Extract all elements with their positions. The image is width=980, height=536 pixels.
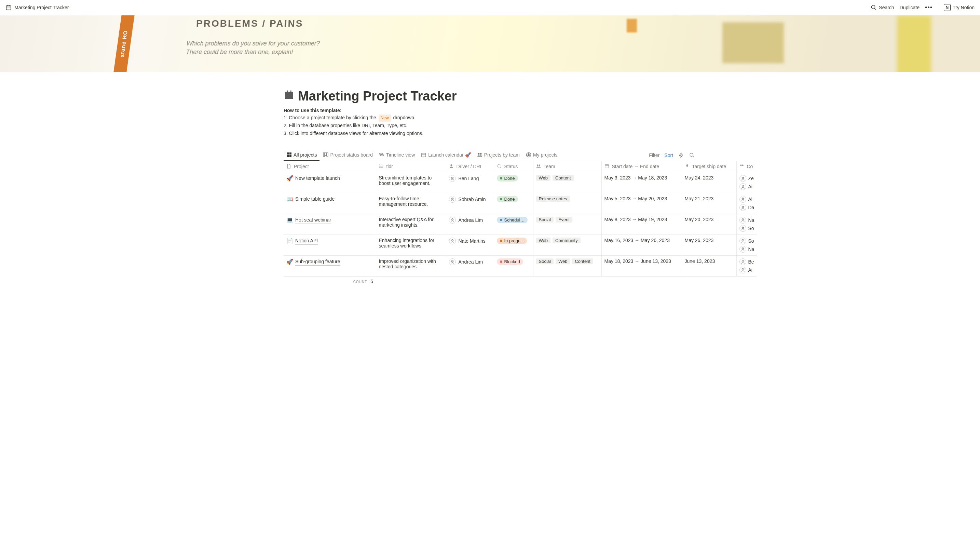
contributors-cell[interactable]: AiDa [740, 196, 754, 211]
svg-rect-17 [380, 153, 382, 154]
project-name-link[interactable]: Sub-grouping feature [295, 258, 340, 266]
tldr-cell[interactable]: Improved organization with nested catego… [376, 255, 446, 276]
project-emoji-icon: 📖 [286, 196, 293, 203]
avatar-icon [740, 266, 746, 273]
tldr-cell[interactable]: Easy-to-follow time management resource. [376, 193, 446, 214]
tldr-cell[interactable]: Interactive expert Q&A for marketing ins… [376, 214, 446, 234]
avatar-icon [740, 238, 746, 244]
status-badge[interactable]: Blocked [497, 258, 523, 265]
tab-label: Launch calendar 🚀 [428, 152, 471, 158]
contributors-cell[interactable]: NaSo [740, 217, 754, 232]
contributors-cell[interactable]: BeAi [740, 258, 754, 273]
ship-date-cell[interactable]: May 20, 2023 [682, 214, 737, 234]
search-button[interactable]: Search [871, 5, 894, 11]
tab-my-projects[interactable]: My projects [523, 150, 560, 161]
team-cell[interactable]: SocialEvent [536, 217, 599, 223]
ship-date-cell[interactable]: June 13, 2023 [682, 255, 737, 276]
filter-button[interactable]: Filter [649, 152, 660, 158]
team-tag: Event [555, 217, 572, 223]
dates-cell[interactable]: May 16, 2023 → May 26, 2023 [601, 234, 682, 255]
dates-cell[interactable]: May 3, 2023 → May 18, 2023 [601, 172, 682, 193]
project-name-link[interactable]: Simple table guide [295, 196, 334, 203]
col-header-project[interactable]: Project [283, 161, 376, 172]
col-header-ship[interactable]: Target ship date [682, 161, 737, 172]
search-label: Search [879, 5, 894, 10]
tab-timeline[interactable]: Timeline view [376, 150, 418, 161]
svg-point-58 [743, 206, 743, 207]
status-badge[interactable]: In progr… [497, 238, 527, 244]
project-name-link[interactable]: Notion API [295, 238, 318, 245]
col-header-team[interactable]: Team [533, 161, 601, 172]
svg-point-22 [480, 153, 482, 155]
contributor: Na [740, 246, 754, 253]
avatar-icon [740, 225, 746, 232]
more-button[interactable]: ••• [925, 4, 932, 11]
team-cell[interactable]: Release notes [536, 196, 599, 202]
table-row[interactable]: 🚀New template launch Streamlined templat… [283, 172, 757, 193]
dates-cell[interactable]: May 18, 2023 → June 13, 2023 [601, 255, 682, 276]
contributor: Na [740, 217, 754, 223]
tab-projects-by-team[interactable]: Projects by team [474, 150, 522, 161]
avatar-icon [740, 183, 746, 190]
duplicate-button[interactable]: Duplicate [900, 5, 920, 10]
avatar-icon [740, 217, 746, 223]
search-icon[interactable] [689, 152, 695, 158]
table-row[interactable]: 📄Notion API Enhancing integrations for s… [283, 234, 757, 255]
project-name-link[interactable]: New template launch [295, 175, 340, 182]
sort-button[interactable]: Sort [664, 152, 673, 158]
status-badge[interactable]: Schedul… [497, 217, 528, 223]
col-header-status[interactable]: Status [494, 161, 533, 172]
driver-cell[interactable]: Ben Lang [449, 175, 491, 182]
team-cell[interactable]: WebContent [536, 175, 599, 181]
table-row[interactable]: 💻Hot seat webinar Interactive expert Q&A… [283, 214, 757, 234]
breadcrumb-title[interactable]: Marketing Project Tracker [14, 5, 69, 10]
ship-date-cell[interactable]: May 26, 2023 [682, 234, 737, 255]
ship-date-cell[interactable]: May 21, 2023 [682, 193, 737, 214]
svg-rect-14 [323, 153, 325, 157]
dates-cell[interactable]: May 5, 2023 → May 20, 2023 [601, 193, 682, 214]
table-row[interactable]: 🚀Sub-grouping feature Improved organizat… [283, 255, 757, 276]
tab-all-projects[interactable]: All projects [283, 150, 320, 161]
tldr-cell[interactable]: Streamlined templates to boost user enga… [376, 172, 446, 193]
svg-point-33 [450, 164, 452, 166]
svg-rect-9 [285, 92, 293, 94]
col-header-dates[interactable]: Start date → End date [601, 161, 682, 172]
svg-rect-16 [327, 153, 328, 156]
tab-status-board[interactable]: Project status board [320, 150, 375, 161]
tab-launch-calendar[interactable]: Launch calendar 🚀 [418, 150, 473, 161]
team-tag: Web [536, 238, 551, 243]
driver-cell[interactable]: Andrea Lim [449, 217, 491, 223]
driver-cell[interactable]: Andrea Lim [449, 258, 491, 265]
driver-cell[interactable]: Nate Martins [449, 238, 491, 244]
tab-label: Projects by team [484, 152, 520, 158]
try-notion-label: Try Notion [953, 5, 975, 10]
status-badge[interactable]: Done [497, 175, 518, 182]
try-notion-button[interactable]: N Try Notion [944, 4, 975, 11]
team-cell[interactable]: SocialWebContent [536, 258, 599, 264]
col-header-tldr[interactable]: tldr [376, 161, 446, 172]
lightning-icon[interactable] [678, 152, 684, 158]
contributors-cell[interactable]: SoNa [740, 238, 754, 253]
timeline-icon [379, 152, 384, 158]
col-header-driver[interactable]: Driver / DRI [446, 161, 494, 172]
view-tabs: All projects Project status board Timeli… [283, 150, 697, 161]
breadcrumb[interactable]: Marketing Project Tracker [5, 5, 69, 11]
project-name-link[interactable]: Hot seat webinar [295, 217, 331, 224]
avatar-icon [740, 175, 746, 182]
ship-date-cell[interactable]: May 24, 2023 [682, 172, 737, 193]
col-header-contributors[interactable]: Co [737, 161, 757, 172]
svg-point-70 [452, 240, 453, 240]
team-cell[interactable]: WebCommunity [536, 238, 599, 243]
svg-point-73 [743, 240, 743, 240]
calendar-icon [5, 5, 12, 11]
team-tag: Social [536, 258, 554, 264]
dates-cell[interactable]: May 8, 2023 → May 19, 2023 [601, 214, 682, 234]
svg-rect-10 [287, 152, 289, 155]
contributors-cell[interactable]: ZeAi [740, 175, 754, 190]
page-title[interactable]: Marketing Project Tracker [298, 89, 457, 104]
status-badge[interactable]: Done [497, 196, 518, 203]
table-row[interactable]: 📖Simple table guide Easy-to-follow time … [283, 193, 757, 214]
driver-cell[interactable]: Sohrab Amin [449, 196, 491, 203]
tldr-cell[interactable]: Enhancing integrations for seamless work… [376, 234, 446, 255]
svg-point-4 [872, 5, 875, 9]
